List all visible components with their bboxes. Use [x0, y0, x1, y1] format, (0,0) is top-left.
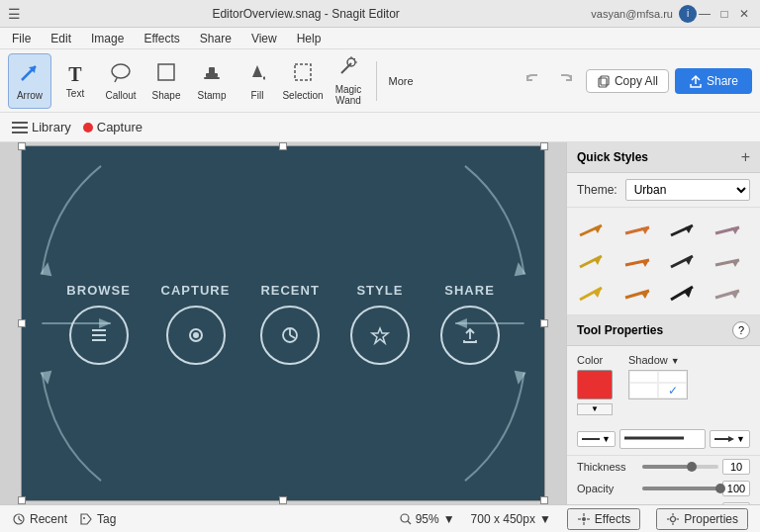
menu-effects[interactable]: Effects [140, 30, 183, 47]
close-button[interactable]: ✕ [736, 6, 752, 22]
capture-dot [83, 123, 93, 133]
browse-label: BROWSE [66, 283, 131, 298]
svg-point-65 [401, 514, 409, 522]
more-button[interactable]: More [383, 53, 419, 109]
toolbar-actions: Copy All Share [519, 66, 752, 96]
more-label: More [388, 75, 413, 87]
menu-edit[interactable]: Edit [47, 30, 75, 47]
thickness-thumb[interactable] [687, 462, 697, 472]
svg-line-9 [341, 63, 351, 73]
opacity-label: Opacity [577, 483, 638, 494]
app-menu-icon[interactable]: ☰ [8, 6, 21, 22]
line-type-selector[interactable]: ▼ [577, 431, 616, 447]
zoom-control[interactable]: 95% ▼ [400, 512, 455, 526]
recent-label: Recent [30, 512, 67, 526]
style-swatch[interactable] [620, 216, 656, 243]
tool-selection-label: Selection [282, 90, 323, 101]
effects-label: Effects [595, 512, 630, 526]
style-swatch[interactable] [620, 247, 656, 275]
style-swatch[interactable] [711, 279, 746, 307]
svg-line-32 [290, 335, 295, 338]
share-label-canvas: SHARE [444, 283, 495, 298]
opacity-slider[interactable] [642, 487, 718, 490]
capture-button[interactable]: Capture [83, 120, 142, 134]
avatar: i [679, 5, 697, 23]
style-swatch[interactable] [666, 279, 702, 307]
arrow-end-selector[interactable]: ▼ [710, 430, 750, 448]
shadow-box[interactable]: ✓ [628, 370, 688, 399]
tool-properties-header: Tool Properties ? [567, 315, 760, 346]
fill-icon [246, 61, 268, 88]
canvas-content: BROWSE CAPTURE RECENT [22, 146, 544, 500]
share-button[interactable]: Share [675, 68, 752, 94]
capture-label: Capture [97, 120, 142, 134]
tag-status[interactable]: Tag [79, 512, 116, 526]
effects-button[interactable]: Effects [567, 508, 640, 530]
opacity-value[interactable] [722, 481, 750, 496]
tool-properties-title: Tool Properties [577, 323, 663, 337]
menu-help[interactable]: Help [293, 30, 326, 47]
style-swatch[interactable] [575, 247, 611, 275]
opacity-thumb[interactable] [715, 484, 725, 493]
menu-file[interactable]: File [8, 30, 35, 47]
theme-select[interactable]: Urban Classic Modern [625, 179, 750, 201]
opacity-fill [642, 487, 718, 490]
tool-magic-wand[interactable]: Magic Wand [327, 53, 370, 109]
minimize-button[interactable]: — [697, 6, 712, 22]
canvas[interactable]: BROWSE CAPTURE RECENT [21, 145, 545, 501]
svg-marker-40 [731, 227, 739, 234]
style-swatch[interactable] [575, 279, 611, 307]
shadow-cell [629, 371, 658, 383]
svg-point-72 [671, 516, 676, 521]
tool-callout[interactable]: Callout [99, 53, 142, 109]
toolbar-divider [376, 61, 377, 101]
hamburger-menu[interactable]: Library [12, 120, 71, 134]
menu-view[interactable]: View [247, 30, 281, 47]
quick-styles-title: Quick Styles [577, 150, 648, 164]
thickness-slider[interactable] [642, 465, 718, 469]
style-swatch[interactable] [620, 279, 656, 307]
tool-magic-wand-label: Magic Wand [329, 84, 368, 106]
magic-wand-icon [337, 55, 359, 82]
style-swatch[interactable] [711, 216, 746, 243]
svg-point-64 [83, 517, 85, 519]
properties-button[interactable]: Properties [656, 508, 748, 530]
svg-marker-56 [730, 291, 739, 299]
add-style-button[interactable]: + [741, 148, 750, 166]
tool-arrow[interactable]: Arrow [8, 53, 51, 109]
icons-row: BROWSE CAPTURE RECENT [22, 283, 544, 365]
style-swatch[interactable] [666, 247, 702, 275]
tool-shape[interactable]: Shape [144, 53, 188, 109]
capture-icon-circle [166, 306, 226, 365]
tool-text[interactable]: T Text [53, 53, 97, 109]
right-panel: Quick Styles + Theme: Urban Classic Mode… [566, 142, 760, 504]
styles-grid [567, 208, 760, 315]
help-button[interactable]: ? [732, 321, 750, 339]
tool-stamp[interactable]: Stamp [190, 53, 234, 109]
undo-button[interactable] [519, 66, 548, 96]
svg-marker-44 [641, 260, 649, 267]
thickness-value[interactable] [722, 459, 750, 475]
size-control[interactable]: 700 x 450px ▼ [471, 512, 551, 526]
style-swatch[interactable] [575, 216, 611, 243]
copy-all-button[interactable]: Copy All [586, 69, 669, 93]
maximize-button[interactable]: □ [716, 6, 732, 22]
redo-button[interactable] [550, 66, 580, 96]
start-size-value[interactable] [722, 502, 750, 504]
menu-image[interactable]: Image [87, 30, 128, 47]
color-picker[interactable] [577, 370, 613, 399]
shape-icon [155, 61, 177, 88]
menu-share[interactable]: Share [196, 30, 236, 47]
recent-status[interactable]: Recent [12, 512, 67, 526]
color-dropdown[interactable]: ▼ [577, 403, 613, 415]
style-swatch[interactable] [666, 216, 702, 243]
arrow-icon [19, 61, 41, 88]
shadow-cell [658, 371, 687, 383]
share-icon-circle [440, 306, 500, 365]
svg-point-10 [347, 58, 355, 66]
style-swatch[interactable] [711, 247, 746, 275]
tool-fill[interactable]: Fill [236, 53, 279, 109]
line-thickness-selector[interactable] [619, 429, 706, 449]
svg-rect-8 [295, 64, 311, 80]
tool-selection[interactable]: Selection [281, 53, 325, 109]
